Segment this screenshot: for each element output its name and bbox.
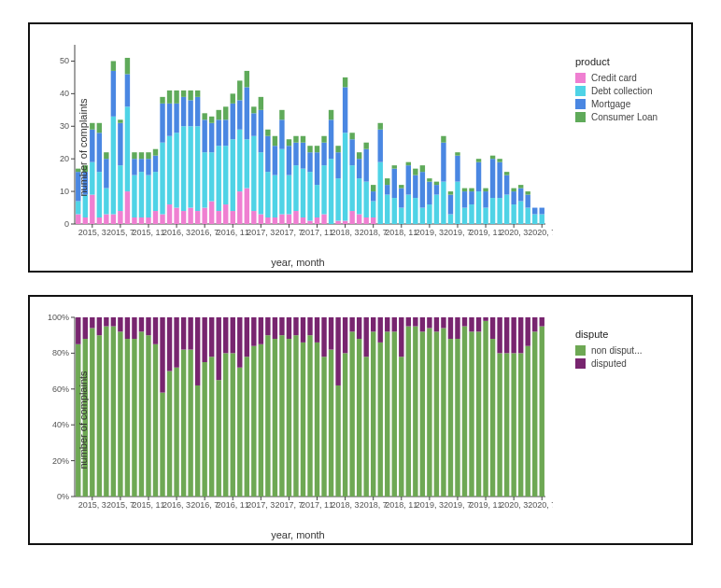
legend-item: Consumer Loan (575, 112, 686, 122)
svg-rect-356 (139, 317, 144, 331)
legend-swatch (575, 99, 586, 109)
svg-text:2016, 3: 2016, 3 (163, 228, 191, 237)
svg-rect-215 (371, 217, 375, 224)
svg-rect-78 (125, 74, 130, 106)
svg-rect-178 (301, 143, 305, 169)
svg-rect-89 (146, 175, 150, 217)
svg-rect-355 (139, 331, 144, 497)
svg-rect-76 (125, 191, 130, 224)
svg-rect-406 (315, 317, 319, 343)
svg-rect-393 (273, 339, 277, 497)
svg-rect-126 (209, 123, 214, 152)
svg-rect-439 (434, 331, 439, 497)
svg-rect-438 (427, 317, 431, 329)
svg-rect-420 (363, 317, 368, 357)
svg-rect-131 (217, 110, 221, 119)
svg-rect-284 (525, 191, 530, 194)
svg-rect-429 (399, 357, 403, 497)
svg-text:2019, 7: 2019, 7 (444, 500, 472, 510)
svg-rect-152 (259, 215, 263, 224)
svg-rect-160 (273, 217, 277, 224)
svg-rect-361 (160, 393, 164, 497)
svg-rect-262 (476, 162, 481, 191)
svg-text:40: 40 (60, 89, 69, 98)
svg-rect-165 (279, 149, 284, 215)
svg-rect-168 (287, 215, 291, 224)
svg-rect-182 (307, 152, 312, 172)
svg-rect-213 (363, 149, 368, 182)
svg-rect-156 (265, 217, 270, 224)
svg-rect-120 (202, 208, 206, 224)
svg-text:2017, 3: 2017, 3 (247, 500, 275, 510)
legend-product-title: product (575, 56, 686, 67)
svg-text:2020, 3: 2020, 3 (500, 228, 528, 237)
svg-rect-121 (202, 152, 206, 207)
svg-rect-280 (518, 189, 523, 202)
svg-rect-181 (307, 172, 312, 220)
svg-rect-223 (385, 185, 389, 194)
svg-rect-204 (349, 165, 354, 211)
svg-rect-200 (343, 133, 347, 220)
svg-rect-70 (111, 71, 116, 117)
svg-rect-244 (434, 185, 439, 194)
svg-rect-450 (469, 317, 474, 331)
svg-rect-446 (455, 317, 459, 339)
svg-rect-453 (483, 321, 488, 497)
svg-rect-196 (335, 178, 340, 220)
svg-rect-463 (518, 353, 523, 497)
svg-rect-57 (90, 162, 94, 195)
svg-text:20%: 20% (52, 456, 69, 466)
svg-rect-222 (385, 195, 389, 224)
svg-rect-190 (321, 143, 326, 165)
svg-rect-279 (518, 202, 523, 224)
svg-rect-95 (153, 149, 158, 156)
svg-rect-96 (160, 215, 164, 224)
svg-rect-238 (420, 172, 425, 207)
svg-rect-377 (217, 380, 221, 497)
svg-rect-193 (329, 119, 333, 159)
svg-rect-346 (104, 317, 108, 327)
svg-rect-203 (349, 211, 354, 224)
svg-rect-271 (497, 162, 502, 198)
svg-rect-87 (139, 152, 144, 159)
svg-rect-232 (406, 165, 411, 194)
svg-rect-66 (104, 159, 108, 188)
xlabel-product: year, month (30, 257, 566, 268)
svg-text:2017, 3: 2017, 3 (247, 228, 275, 237)
svg-rect-214 (363, 143, 368, 149)
svg-text:2015, 7: 2015, 7 (106, 228, 134, 237)
svg-rect-442 (441, 317, 445, 329)
svg-text:2018, 11: 2018, 11 (385, 500, 417, 510)
svg-rect-133 (223, 146, 228, 204)
svg-rect-388 (251, 317, 256, 346)
page: number of complaints 010203040502015, 32… (0, 0, 721, 588)
svg-rect-383 (237, 368, 242, 497)
svg-rect-169 (287, 175, 291, 215)
svg-rect-276 (511, 204, 516, 224)
svg-rect-246 (441, 182, 445, 224)
svg-rect-167 (279, 110, 284, 119)
svg-rect-370 (188, 317, 192, 350)
svg-rect-403 (307, 335, 312, 497)
svg-rect-470 (540, 317, 544, 327)
svg-rect-229 (399, 189, 403, 208)
svg-rect-108 (181, 211, 186, 224)
svg-rect-247 (441, 143, 445, 182)
svg-rect-396 (279, 317, 284, 335)
svg-rect-371 (195, 385, 200, 497)
svg-rect-367 (181, 350, 186, 497)
svg-text:20: 20 (60, 154, 69, 163)
legend-product: product Credit cardDebt collectionMortga… (566, 24, 691, 271)
plot-dispute-wrap: number of complaints 0%20%40%60%80%100%2… (30, 297, 566, 543)
svg-rect-469 (540, 327, 544, 497)
svg-rect-413 (343, 353, 347, 497)
svg-rect-198 (335, 146, 340, 152)
svg-rect-449 (469, 331, 474, 497)
svg-rect-62 (97, 133, 102, 172)
svg-rect-104 (174, 208, 178, 224)
svg-rect-171 (287, 139, 291, 146)
svg-rect-428 (392, 317, 397, 331)
svg-rect-351 (125, 339, 130, 497)
svg-rect-372 (195, 317, 200, 385)
svg-rect-63 (97, 123, 102, 133)
